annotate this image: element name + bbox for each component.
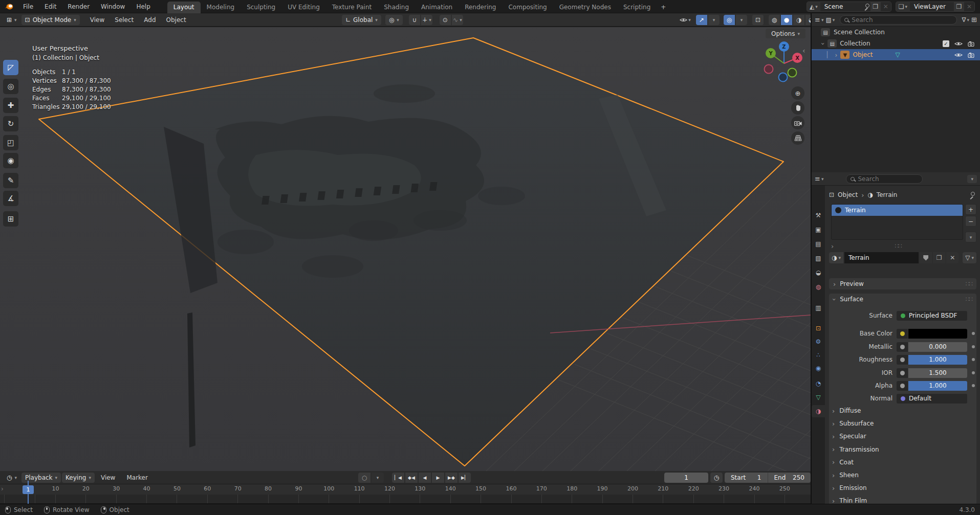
menu-edit[interactable]: Edit [39,3,62,10]
menu-help[interactable]: Help [130,3,156,10]
panel-sheen[interactable]: ›Sheen [832,470,973,480]
alpha-slider[interactable]: 1.000 [897,381,967,391]
xray-toggle[interactable]: ⊡ [752,15,764,25]
value-socket-button[interactable] [897,381,908,391]
outliner-editor-dropdown[interactable]: ≡▾ [815,16,823,24]
tool-transform[interactable]: ◉ [3,153,18,168]
animate-dot-icon[interactable] [972,358,975,361]
value-socket-button[interactable] [897,368,908,378]
animate-dot-icon[interactable] [972,345,975,348]
base-color-swatch[interactable] [908,329,967,339]
auto-keyframe-toggle[interactable]: ○ [358,473,371,483]
expand-collection-icon[interactable]: › [819,42,827,44]
zoom-icon[interactable]: ⊕ [791,86,804,100]
breadcrumb-object[interactable]: Object [838,191,858,198]
delete-scene-button[interactable]: ✕ [881,2,891,11]
panel-specular[interactable]: ›Specular [832,431,973,441]
add-slot-button[interactable]: + [965,204,976,215]
tool-cursor[interactable]: ◎ [3,79,18,94]
roughness-slider[interactable]: 1.000 [897,355,967,365]
blender-logo-icon[interactable] [0,3,17,10]
workspace-tab-sculpting[interactable]: Sculpting [241,2,281,13]
timeline-menu-marker[interactable]: Marker [121,474,153,481]
outliner-display-mode-dropdown[interactable]: ▧▾ [825,16,835,24]
pin-icon[interactable] [864,4,870,10]
workspace-tab-rendering[interactable]: Rendering [459,2,502,13]
next-keyframe-button[interactable]: ▶◆ [445,473,458,483]
menu-view[interactable]: View [85,16,110,24]
color-socket-button[interactable] [897,329,908,339]
material-slot-list[interactable]: Terrain [831,204,963,240]
properties-editor-dropdown[interactable]: ≡▾ [815,175,823,183]
properties-tab-constraints[interactable]: ◔ [812,377,825,390]
disable-render-camera-icon[interactable] [968,52,976,58]
properties-tab-collection[interactable]: ▥ [812,302,825,314]
timeline-editor-dropdown[interactable]: ◷▾ [3,473,20,483]
timeline-ruler[interactable]: › 11020304050607080901001101201301401501… [0,484,811,495]
panel-transmission[interactable]: ›Transmission [832,444,973,455]
panel-thin-film[interactable]: ›Thin Film [832,496,973,504]
new-scene-button[interactable]: ❐ [870,2,881,11]
new-collection-button[interactable]: ⊞ [971,16,977,24]
surface-panel-header[interactable]: › Surface ∷∷ [829,294,976,305]
outliner-search-input[interactable] [840,15,956,25]
workspace-tab-geometry-nodes[interactable]: Geometry Nodes [553,2,617,13]
value-socket-button[interactable] [897,342,908,352]
sidebar-collapse-icon[interactable]: ‹ [802,47,805,55]
playhead[interactable]: 1 [23,485,34,494]
new-viewlayer-button[interactable]: ❐ [954,2,964,11]
menu-select[interactable]: Select [110,16,139,24]
properties-tab-tool[interactable]: ⚒ [812,209,825,221]
tool-scale[interactable]: ◰ [3,135,18,150]
proportional-falloff-dropdown[interactable]: ∿▾ [452,15,463,25]
expand-object-icon[interactable]: › [835,51,837,59]
collection-checkbox[interactable]: ✓ [943,40,949,47]
metallic-slider[interactable]: 0.000 [897,342,967,352]
workspace-tab-scripting[interactable]: Scripting [617,2,657,13]
panel-grip-icon[interactable]: ∷∷ [966,296,972,303]
viewlayer-name[interactable]: ViewLayer [910,3,954,10]
menu-object[interactable]: Object [161,16,191,24]
value-socket-button[interactable] [897,355,908,365]
properties-tab-object[interactable]: ⊡ [812,322,825,334]
workspace-tab-layout[interactable]: Layout [167,2,201,13]
visibility-dropdown[interactable]: ▾ [680,15,691,25]
gizmo-dropdown[interactable]: ▾ [708,15,720,25]
mode-dropdown[interactable]: ⊡ Object Mode▾ [21,15,80,25]
outliner-filter-dropdown[interactable]: ∇▾ [962,16,970,24]
shading-material-button[interactable]: ◑ [793,15,804,25]
properties-tab-particles[interactable]: ∴ [812,349,825,361]
workspace-tab-uv-editing[interactable]: UV Editing [281,2,326,13]
ior-slider[interactable]: 1.500 [897,368,967,378]
snap-with-dropdown[interactable]: ∔▾ [421,15,432,25]
panel-coat[interactable]: ›Coat [832,457,973,467]
animate-dot-icon[interactable] [972,371,975,374]
animate-dot-icon[interactable] [972,384,975,387]
timeline-menu-view[interactable]: View [96,474,120,481]
stopwatch-icon[interactable]: ◷ [710,473,723,483]
material-name-field[interactable]: Terrain [844,252,919,263]
pivot-point-dropdown[interactable]: ◎▾ [385,15,403,25]
properties-tab-object-data[interactable]: ▽ [812,391,825,404]
disable-render-camera-icon[interactable] [968,41,976,47]
properties-tab-physics[interactable]: ◉ [812,362,825,374]
prev-keyframe-button[interactable]: ◆◀ [405,473,418,483]
scene-name[interactable]: Scene [820,3,864,10]
outliner-row-scene-collection[interactable]: ▤ Scene Collection [812,27,980,38]
list-resize-grip[interactable]: › ∷∷ [831,243,963,249]
workspace-tab-texture-paint[interactable]: Texture Paint [326,2,378,13]
normal-dropdown[interactable]: Default [897,394,967,404]
outliner-row-collection[interactable]: › ▤ Collection ✓ [812,38,980,49]
proportional-editing-toggle[interactable]: ⊙ [440,15,451,25]
menu-add[interactable]: Add [139,16,161,24]
viewport-3d[interactable]: User Perspective (1) Collection | Object… [0,27,811,471]
properties-tab-render[interactable]: ▣ [812,223,825,236]
hide-eye-icon[interactable] [954,41,963,47]
tool-rotate[interactable]: ↻ [3,116,18,131]
unlink-material-button[interactable]: ✕ [946,252,959,263]
tool-measure[interactable]: ∡ [3,191,18,206]
add-workspace-button[interactable]: + [657,2,670,13]
shading-solid-button[interactable]: ● [781,15,792,25]
transform-orientation-dropdown[interactable]: ∟ Global▾ [342,15,381,25]
perspective-toggle-icon[interactable] [791,131,804,145]
